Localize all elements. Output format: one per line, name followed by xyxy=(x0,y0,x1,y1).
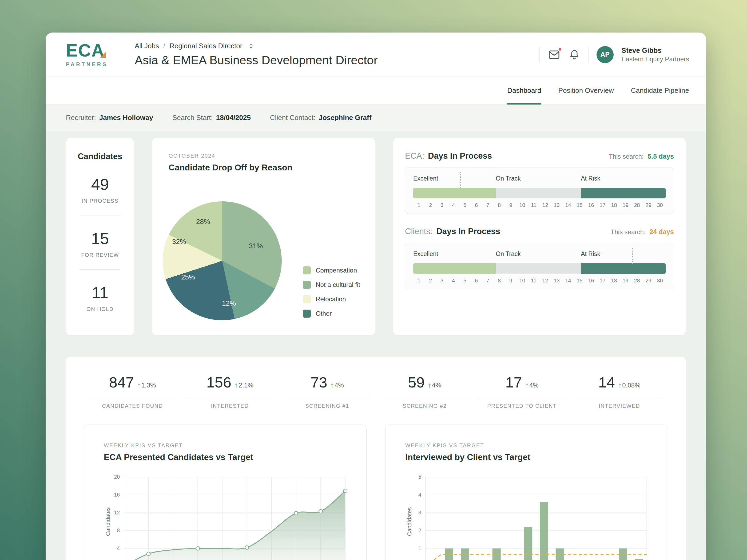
drop-off-card: OCTOBER 2024 Candidate Drop Off by Reaso… xyxy=(152,138,376,336)
zone-excellent xyxy=(413,263,496,274)
svg-text:3: 3 xyxy=(418,510,421,515)
funnel-value: 17 xyxy=(505,374,522,391)
tab-candidate-pipeline[interactable]: Candidate Pipeline xyxy=(631,77,689,104)
gauge-ticks: 12345678910111213141516171819282930 xyxy=(413,202,666,208)
day-tick: 17 xyxy=(597,277,608,284)
pie-slice-label: 12% xyxy=(222,299,236,308)
legend-label: Other xyxy=(316,310,332,317)
client-contact-info: Client Contact: Josephine Graff xyxy=(270,114,371,122)
header-actions: AP Steve Gibbs Eastern Equity Partners xyxy=(539,46,689,63)
drop-off-pie-chart: 31%12%25%32%28% xyxy=(163,201,282,320)
day-tick: 5 xyxy=(459,202,471,208)
zone-label: At Risk xyxy=(581,250,600,258)
gauge-title: Days In Process xyxy=(436,227,500,236)
pie-slice-label: 31% xyxy=(249,242,263,250)
zone-label: On Track xyxy=(496,175,520,182)
up-arrow-icon: ↑ xyxy=(137,381,141,389)
tab-dashboard[interactable]: Dashboard xyxy=(507,77,541,104)
day-tick: 15 xyxy=(574,277,585,284)
day-tick: 4 xyxy=(448,277,459,284)
day-tick: 10 xyxy=(516,277,528,284)
day-tick: 6 xyxy=(471,202,482,208)
up-arrow-icon: ↑ xyxy=(234,381,238,389)
day-tick: 15 xyxy=(574,202,585,208)
data-point-marker xyxy=(319,510,323,513)
day-tick: 1 xyxy=(413,202,425,208)
header-main: All Jobs / Regional Sales Director Asia … xyxy=(135,42,378,67)
bell-icon xyxy=(568,49,580,60)
bar xyxy=(445,549,453,560)
funnel-label: INTERESTED xyxy=(181,403,279,409)
funnel-label: CANDIDATES FOUND xyxy=(84,403,181,409)
day-tick: 8 xyxy=(494,202,505,208)
top-bar: ECA PARTNERS All Jobs / Regional Sales D… xyxy=(46,32,706,77)
svg-text:20: 20 xyxy=(114,474,120,480)
this-search-value: This search: 24 days xyxy=(611,228,674,236)
chart-title: Interviewed by Client vs Target xyxy=(405,452,648,462)
dashboard-content: Candidates 49 IN PROCESS 15 FOR REVIEW 1… xyxy=(46,131,706,560)
day-tick: 12 xyxy=(539,277,551,284)
tab-position-overview[interactable]: Position Overview xyxy=(558,77,614,104)
bar xyxy=(492,549,501,560)
gauge-bar xyxy=(413,188,666,198)
page-title: Asia & EMEA Business Development Directo… xyxy=(135,53,378,67)
day-tick: 10 xyxy=(516,202,528,208)
search-start-info: Search Start: 18/04/2025 xyxy=(172,114,251,122)
avatar[interactable]: AP xyxy=(596,46,614,63)
mail-button[interactable] xyxy=(548,48,561,61)
bar-chart-holder: 012345Candidates xyxy=(405,474,648,560)
recruiter-info: Recruiter: James Holloway xyxy=(66,114,153,122)
funnel-stat: 17↑4%PRESENTED TO CLIENT xyxy=(473,374,571,409)
svg-text:5: 5 xyxy=(418,474,421,480)
app-window: ECA PARTNERS All Jobs / Regional Sales D… xyxy=(46,32,706,560)
day-tick: 1 xyxy=(413,277,425,284)
on-hold-label: ON HOLD xyxy=(86,306,114,312)
svg-text:4: 4 xyxy=(418,492,421,498)
data-point-marker xyxy=(294,511,298,515)
gauge-title: Days In Process xyxy=(428,151,492,161)
notifications-button[interactable] xyxy=(568,49,580,60)
day-tick: 14 xyxy=(562,277,574,284)
day-tick: 2 xyxy=(425,202,436,208)
divider xyxy=(80,269,120,270)
bar xyxy=(556,549,564,560)
gauge-bar xyxy=(413,263,666,274)
day-tick: 13 xyxy=(551,202,562,208)
funnel-label: PRESENTED TO CLIENT xyxy=(473,403,571,409)
legend-item: Relocation xyxy=(303,295,360,303)
day-tick: 11 xyxy=(528,277,539,284)
eca-logo[interactable]: ECA PARTNERS xyxy=(66,42,118,68)
breadcrumb-all-jobs[interactable]: All Jobs xyxy=(135,42,159,50)
day-tick: 18 xyxy=(608,277,620,284)
logo-triangle-icon xyxy=(100,52,106,58)
this-search-value: This search: 5.5 days xyxy=(609,153,674,160)
in-process-count: 49 xyxy=(91,175,109,194)
drop-off-eyebrow: OCTOBER 2024 xyxy=(169,153,359,159)
day-tick: 19 xyxy=(620,277,631,284)
chart-title: ECA Presented Candidates vs Target xyxy=(104,452,346,462)
in-process-label: IN PROCESS xyxy=(82,198,119,204)
svg-text:1: 1 xyxy=(418,545,421,551)
presented-chart-card: WEEKLY KPIS VS TARGET ECA Presented Cand… xyxy=(84,425,366,560)
funnel-stat: 73↑4%SCREENING #1 xyxy=(279,374,376,409)
funnel-stat: 14↑0.08%INTERVIEWED xyxy=(571,374,668,409)
breadcrumb-current[interactable]: Regional Sales Director xyxy=(170,42,242,50)
data-point-marker xyxy=(147,552,151,556)
funnel-label: SCREENING #2 xyxy=(376,403,473,409)
zone-on-track xyxy=(496,263,581,274)
job-switcher-chevrons-icon[interactable] xyxy=(248,43,255,50)
bar xyxy=(461,549,469,560)
chart-eyebrow: WEEKLY KPIS VS TARGET xyxy=(405,443,648,449)
user-name: Steve Gibbs xyxy=(622,46,689,55)
gauge-prefix: Clients: xyxy=(405,227,433,236)
candidates-card: Candidates 49 IN PROCESS 15 FOR REVIEW 1… xyxy=(66,138,134,336)
funnel-value: 14 xyxy=(598,374,615,391)
line-chart-holder: 048121620Candidates xyxy=(104,474,346,560)
drop-off-title: Candidate Drop Off by Reason xyxy=(169,163,359,172)
current-day-marker xyxy=(460,172,461,188)
day-tick: 12 xyxy=(539,202,551,208)
data-point-marker xyxy=(343,489,346,493)
day-tick: 14 xyxy=(562,202,574,208)
for-review-count: 15 xyxy=(91,229,109,248)
divider xyxy=(539,47,540,62)
